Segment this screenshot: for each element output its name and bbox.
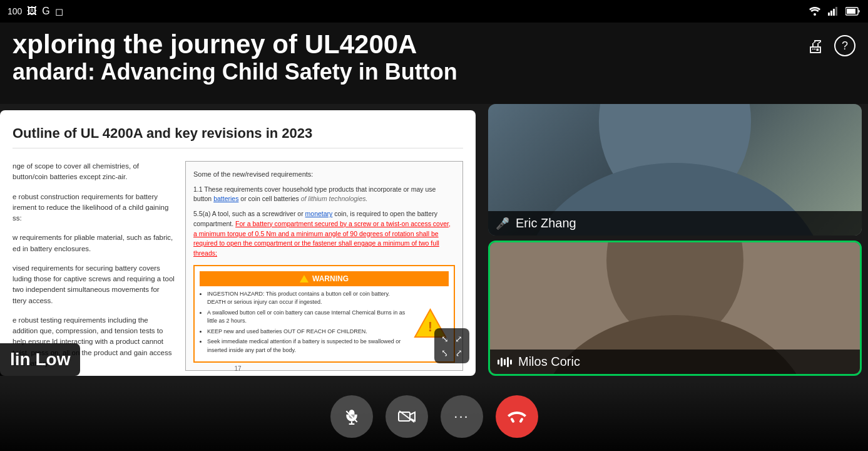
slide-body: nge of scope to cover all chemistries, o…	[13, 161, 463, 376]
req-1: 1.1 These requirements cover household t…	[193, 185, 455, 205]
requirements-box: Some of the new/revised requirements: 1.…	[185, 161, 463, 371]
end-call-icon	[508, 410, 526, 423]
milos-name-bar: Milos Coric	[490, 350, 860, 374]
print-icon[interactable]: 🖨	[807, 36, 824, 56]
milos-speaking-icon	[498, 357, 512, 367]
bullet-2: e robust construction requirements for b…	[13, 192, 175, 224]
microphone-slash-icon	[344, 408, 360, 425]
help-icon[interactable]: ?	[834, 35, 855, 56]
title-line1: xploring the journey of UL4200A	[13, 30, 457, 59]
wifi-icon	[808, 6, 822, 16]
svg-point-0	[814, 13, 816, 16]
svg-rect-2	[830, 11, 832, 16]
mute-button[interactable]	[330, 395, 373, 438]
eric-name-bar: 🎤 Eric Zhang	[488, 211, 862, 236]
time-display: 100	[8, 6, 22, 16]
eric-mute-icon: 🎤	[496, 217, 509, 231]
warning-text-label: WARNING	[312, 273, 349, 284]
bullet-3: w requirements for pliable material, suc…	[13, 232, 175, 254]
header-title: xploring the journey of UL4200A andard: …	[13, 30, 457, 85]
svg-text:!: !	[427, 319, 432, 334]
warning-item-1: INGESTION HAZARD: This product contains …	[207, 290, 406, 307]
bottom-controls: ···	[0, 382, 868, 451]
maps-icon: G	[42, 6, 49, 17]
slide-page-number: 17	[234, 365, 241, 372]
bullet-4: vised requirements for securing battery …	[13, 263, 175, 306]
status-bar: 100 🖼 G ◻	[0, 0, 868, 23]
slide-right: Some of the new/revised requirements: 1.…	[185, 161, 463, 376]
req-header: Some of the new/revised requirements:	[193, 169, 455, 180]
video-card-eric: 🎤 Eric Zhang	[488, 104, 862, 236]
more-button[interactable]: ···	[441, 395, 483, 438]
warning-item-4: Seek immediate medical attention if a ba…	[207, 338, 406, 355]
bullet-1: nge of scope to cover all chemistries, o…	[13, 161, 175, 183]
expand-arrows-icon-4: ⤤	[453, 347, 464, 358]
end-call-button[interactable]	[496, 395, 538, 438]
video-slash-icon	[398, 410, 416, 423]
svg-rect-3	[833, 9, 835, 16]
expand-arrows-icon-3: ⤣	[439, 347, 451, 358]
ellipsis-icon: ···	[454, 408, 469, 425]
header-icons: 🖨 ?	[807, 35, 855, 56]
speaker-label: lin Low	[0, 343, 80, 376]
warning-list: INGESTION HAZARD: This product contains …	[200, 290, 406, 357]
eric-name: Eric Zhang	[516, 216, 576, 231]
warning-box: WARNING INGESTION HAZARD: This product c…	[193, 265, 455, 363]
slide-panel: Outline of UL 4200A and key revisions in…	[0, 110, 476, 376]
signal-icon	[828, 6, 839, 16]
req-2: 5.5(a) A tool, such as a screwdriver or …	[193, 209, 455, 259]
video-button[interactable]	[385, 395, 428, 438]
warning-header: WARNING	[200, 271, 449, 286]
status-left: 100 🖼 G ◻	[8, 6, 63, 18]
svg-rect-23	[399, 412, 410, 421]
image-icon: 🖼	[27, 6, 37, 17]
expand-arrows-icon-2: ⤢	[453, 333, 464, 345]
warning-triangle-icon	[300, 275, 309, 283]
svg-rect-4	[835, 7, 837, 16]
svg-rect-6	[847, 9, 855, 14]
expand-arrows-icon: ⤡	[439, 333, 451, 345]
slide-title: Outline of UL 4200A and key revisions in…	[13, 125, 463, 148]
status-right	[808, 6, 860, 16]
title-line2: andard: Advancing Child Safety in Button	[13, 59, 457, 85]
expand-button[interactable]: ⤡ ⤢ ⤣ ⤤	[434, 328, 469, 363]
header-area: xploring the journey of UL4200A andard: …	[0, 23, 868, 104]
svg-rect-26	[519, 418, 523, 423]
warning-item-2: A swallowed button cell or coin battery …	[207, 309, 406, 326]
video-card-milos: Milos Coric	[488, 241, 862, 376]
svg-rect-1	[828, 13, 830, 16]
warning-content: INGESTION HAZARD: This product contains …	[200, 290, 449, 357]
battery-icon	[845, 7, 860, 16]
app-icon: ◻	[55, 6, 63, 18]
milos-name: Milos Coric	[518, 355, 580, 369]
warning-item-3: KEEP new and used batteries OUT OF REACH…	[207, 328, 406, 336]
